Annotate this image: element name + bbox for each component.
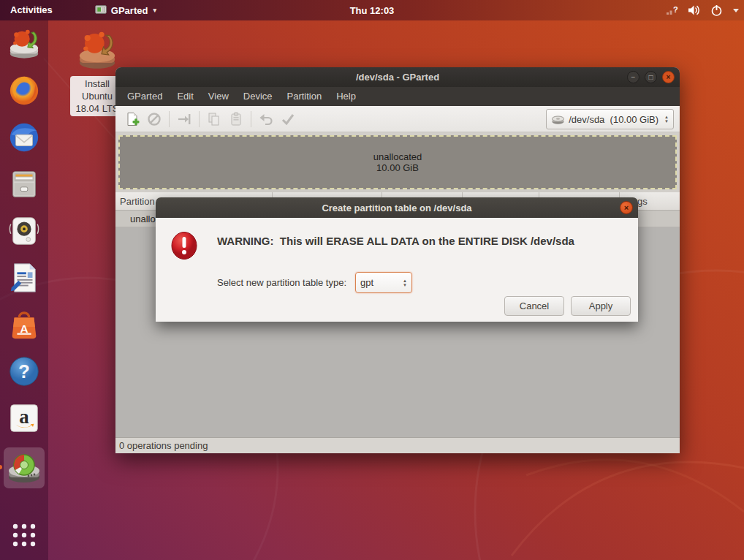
dock-item-amazon[interactable]: a [7, 401, 42, 436]
svg-text:A: A [20, 322, 28, 335]
menu-edit[interactable]: Edit [170, 87, 200, 106]
firefox-icon [7, 74, 41, 107]
device-selector-spinner[interactable]: ▲▼ [664, 115, 669, 124]
paste-icon [229, 112, 243, 126]
partition-visual-label: unallocated [373, 151, 422, 162]
dock-item-rhythmbox[interactable] [7, 213, 42, 249]
device-selector-value: /dev/sda (10.00 GiB) [569, 114, 658, 125]
help-icon: ? [7, 355, 41, 388]
toolbar-separator [169, 111, 170, 127]
dock-item-thunderbird[interactable] [7, 120, 42, 155]
new-partition-icon [125, 112, 140, 126]
warning-text: WARNING: This will ERASE ALL DATA on the… [217, 235, 574, 247]
app-menu-caret-icon: ▾ [153, 7, 156, 14]
install-ubuntu-desktop-icon [76, 29, 118, 72]
close-button[interactable]: × [662, 71, 675, 83]
dock-item-help[interactable]: ? [7, 354, 42, 389]
undo-icon [259, 112, 273, 126]
partition-visual-area: unallocated 10.00 GiB [115, 132, 680, 192]
paste-button[interactable] [225, 109, 247, 129]
thunderbird-icon [7, 121, 41, 154]
rhythmbox-icon [7, 214, 41, 248]
disk-icon [551, 113, 565, 125]
dialog-close-button[interactable]: × [620, 201, 633, 214]
svg-text:?: ? [18, 361, 30, 382]
copy-button[interactable] [203, 109, 225, 129]
apply-icon [281, 112, 295, 126]
dock: A ? a [0, 20, 48, 560]
unallocated-partition-visual[interactable]: unallocated 10.00 GiB [118, 135, 677, 189]
dock-item-install-ubuntu[interactable] [7, 26, 42, 61]
dialog-title: Create partition table on /dev/sda [322, 203, 471, 213]
toolbar: /dev/sda (10.00 GiB) ▲▼ [115, 106, 680, 132]
network-unknown-icon: ? [666, 4, 678, 16]
dock-item-firefox[interactable] [7, 73, 42, 108]
combo-spinner: ▲▼ [403, 279, 407, 287]
volume-icon [688, 4, 701, 16]
toolbar-separator [199, 111, 200, 127]
delete-partition-icon [147, 112, 162, 126]
svg-text:?: ? [673, 5, 678, 14]
top-bar: Activities GParted ▾ Thu 12:03 ? [0, 0, 744, 20]
show-applications-button[interactable] [7, 518, 42, 553]
install-ubuntu-icon [7, 27, 41, 61]
partition-table-type-combo[interactable]: gpt ▲▼ [355, 272, 412, 293]
system-status-area[interactable]: ? [666, 0, 740, 20]
apply-button[interactable] [277, 109, 299, 129]
cancel-button[interactable]: Cancel [504, 296, 564, 316]
new-partition-button[interactable] [121, 109, 143, 129]
dialog-titlebar[interactable]: Create partition table on /dev/sda × [156, 197, 638, 218]
menu-device[interactable]: Device [236, 87, 280, 106]
maximize-button[interactable]: □ [645, 71, 657, 83]
partition-visual-size: 10.00 GiB [376, 162, 419, 173]
activities-button[interactable]: Activities [0, 0, 63, 20]
amazon-icon: a [7, 401, 41, 435]
delete-partition-button[interactable] [143, 109, 165, 129]
create-partition-table-dialog: Create partition table on /dev/sda × WAR… [156, 197, 638, 322]
gparted-icon [7, 450, 42, 485]
app-menu[interactable]: GParted ▾ [95, 0, 156, 20]
dialog-body: WARNING: This will ERASE ALL DATA on the… [156, 218, 638, 322]
dock-item-ubuntu-software[interactable]: A [7, 307, 42, 342]
menu-bar: GParted Edit View Device Partition Help [115, 87, 680, 106]
files-icon [7, 167, 41, 201]
minimize-button[interactable]: − [627, 71, 639, 83]
svg-text:a: a [19, 406, 29, 428]
menu-help[interactable]: Help [329, 87, 363, 106]
warning-icon [170, 231, 198, 260]
chevron-down-icon [732, 8, 740, 13]
menu-partition[interactable]: Partition [280, 87, 330, 106]
undo-button[interactable] [255, 109, 277, 129]
ubuntu-software-icon: A [7, 308, 41, 341]
apps-grid-icon [12, 523, 37, 548]
gparted-app-icon [95, 5, 107, 15]
app-menu-label: GParted [111, 5, 148, 16]
desktop: Activities GParted ▾ Thu 12:03 ? [0, 0, 744, 560]
partition-table-type-value: gpt [360, 277, 373, 288]
window-title: /dev/sda - GParted [356, 72, 439, 83]
dialog-apply-button[interactable]: Apply [571, 296, 631, 316]
window-titlebar[interactable]: /dev/sda - GParted − □ × [115, 67, 680, 87]
dock-item-libreoffice-writer[interactable] [7, 260, 42, 295]
dock-item-files[interactable] [7, 167, 42, 202]
device-selector[interactable]: /dev/sda (10.00 GiB) ▲▼ [546, 109, 674, 129]
dock-item-gparted[interactable] [4, 447, 45, 488]
status-bar: 0 operations pending [115, 437, 680, 453]
toolbar-separator [251, 111, 251, 127]
menu-gparted[interactable]: GParted [120, 87, 170, 106]
select-type-label: Select new partition table type: [217, 277, 346, 288]
resize-move-icon [177, 112, 191, 126]
resize-move-button[interactable] [173, 109, 195, 129]
copy-icon [207, 112, 221, 126]
menu-view[interactable]: View [201, 87, 236, 106]
power-icon [710, 4, 723, 17]
libreoffice-writer-icon [7, 261, 41, 295]
